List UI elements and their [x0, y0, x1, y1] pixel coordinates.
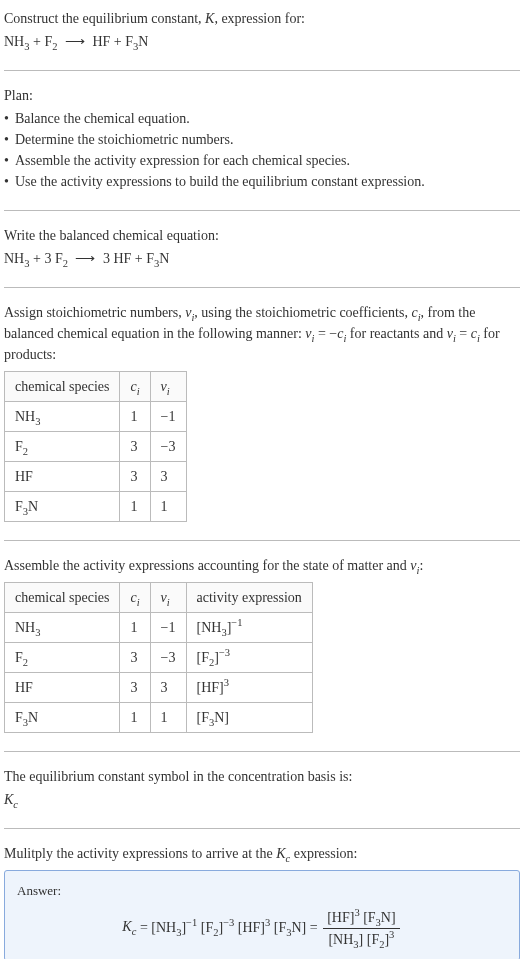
- symbol-value: Kc: [4, 789, 520, 810]
- intro-line1: Construct the equilibrium constant, K, e…: [4, 8, 520, 29]
- td-species: NH3: [5, 613, 120, 643]
- answer-equation: Kc = [NH3]−1 [F2]−3 [HF]3 [F3N] = [HF]3 …: [17, 907, 507, 950]
- td-species: NH3: [5, 402, 120, 432]
- plan-item: •Use the activity expressions to build t…: [4, 171, 520, 192]
- stoich-section: Assign stoichiometric numbers, νi, using…: [4, 302, 520, 522]
- td-species: F3N: [5, 492, 120, 522]
- th-species: chemical species: [5, 583, 120, 613]
- bullet-icon: •: [4, 171, 9, 192]
- plan-item-text: Balance the chemical equation.: [15, 108, 190, 129]
- td-ci: 1: [120, 492, 150, 522]
- td-species: HF: [5, 673, 120, 703]
- table-row: NH3 1 −1 [NH3]−1: [5, 613, 313, 643]
- td-species: HF: [5, 462, 120, 492]
- td-ci: 3: [120, 432, 150, 462]
- td-ci: 3: [120, 673, 150, 703]
- plan-item-text: Assemble the activity expression for eac…: [15, 150, 350, 171]
- plan-item-text: Determine the stoichiometric numbers.: [15, 129, 234, 150]
- td-vi: 1: [150, 703, 186, 733]
- plan-item: •Assemble the activity expression for ea…: [4, 150, 520, 171]
- table-row: F2 3 −3 [F2]−3: [5, 643, 313, 673]
- td-species: F3N: [5, 703, 120, 733]
- th-vi: νi: [150, 372, 186, 402]
- table-row: NH3 1 −1: [5, 402, 187, 432]
- plan-item: •Determine the stoichiometric numbers.: [4, 129, 520, 150]
- stoich-intro: Assign stoichiometric numbers, νi, using…: [4, 302, 520, 365]
- td-species: F2: [5, 432, 120, 462]
- table-row: F3N 1 1: [5, 492, 187, 522]
- intro-section: Construct the equilibrium constant, K, e…: [4, 8, 520, 52]
- plan-list: •Balance the chemical equation. •Determi…: [4, 108, 520, 192]
- activity-intro: Assemble the activity expressions accoun…: [4, 555, 520, 576]
- td-vi: −1: [150, 613, 186, 643]
- th-species: chemical species: [5, 372, 120, 402]
- td-ci: 1: [120, 703, 150, 733]
- balanced-equation: NH3 + 3 F2 ⟶ 3 HF + F3N: [4, 248, 520, 269]
- plan-title: Plan:: [4, 85, 520, 106]
- activity-section: Assemble the activity expressions accoun…: [4, 555, 520, 733]
- table-header-row: chemical species ci νi: [5, 372, 187, 402]
- td-ci: 3: [120, 643, 150, 673]
- table-row: F2 3 −3: [5, 432, 187, 462]
- td-ci: 1: [120, 613, 150, 643]
- table-header-row: chemical species ci νi activity expressi…: [5, 583, 313, 613]
- multiply-intro: Mulitply the activity expressions to arr…: [4, 843, 520, 864]
- balanced-title: Write the balanced chemical equation:: [4, 225, 520, 246]
- bullet-icon: •: [4, 129, 9, 150]
- table-row: HF 3 3: [5, 462, 187, 492]
- td-activity: [F3N]: [186, 703, 312, 733]
- plan-item: •Balance the chemical equation.: [4, 108, 520, 129]
- divider: [4, 210, 520, 211]
- bullet-icon: •: [4, 108, 9, 129]
- divider: [4, 828, 520, 829]
- plan-item-text: Use the activity expressions to build th…: [15, 171, 425, 192]
- th-vi: νi: [150, 583, 186, 613]
- bullet-icon: •: [4, 150, 9, 171]
- intro-equation: NH3 + F2 ⟶ HF + F3N: [4, 31, 520, 52]
- symbol-intro: The equilibrium constant symbol in the c…: [4, 766, 520, 787]
- balanced-section: Write the balanced chemical equation: NH…: [4, 225, 520, 269]
- symbol-section: The equilibrium constant symbol in the c…: [4, 766, 520, 810]
- td-species: F2: [5, 643, 120, 673]
- td-vi: 3: [150, 673, 186, 703]
- answer-box: Answer: Kc = [NH3]−1 [F2]−3 [HF]3 [F3N] …: [4, 870, 520, 959]
- table-row: HF 3 3 [HF]3: [5, 673, 313, 703]
- td-vi: 3: [150, 462, 186, 492]
- stoich-table: chemical species ci νi NH3 1 −1 F2 3 −3 …: [4, 371, 187, 522]
- td-vi: −3: [150, 432, 186, 462]
- divider: [4, 540, 520, 541]
- activity-table: chemical species ci νi activity expressi…: [4, 582, 313, 733]
- td-ci: 1: [120, 402, 150, 432]
- divider: [4, 70, 520, 71]
- td-activity: [NH3]−1: [186, 613, 312, 643]
- multiply-section: Mulitply the activity expressions to arr…: [4, 843, 520, 959]
- table-row: F3N 1 1 [F3N]: [5, 703, 313, 733]
- divider: [4, 751, 520, 752]
- th-activity: activity expression: [186, 583, 312, 613]
- td-ci: 3: [120, 462, 150, 492]
- answer-label: Answer:: [17, 881, 507, 901]
- divider: [4, 287, 520, 288]
- td-activity: [F2]−3: [186, 643, 312, 673]
- td-activity: [HF]3: [186, 673, 312, 703]
- td-vi: −3: [150, 643, 186, 673]
- th-ci: ci: [120, 372, 150, 402]
- td-vi: 1: [150, 492, 186, 522]
- plan-section: Plan: •Balance the chemical equation. •D…: [4, 85, 520, 192]
- td-vi: −1: [150, 402, 186, 432]
- th-ci: ci: [120, 583, 150, 613]
